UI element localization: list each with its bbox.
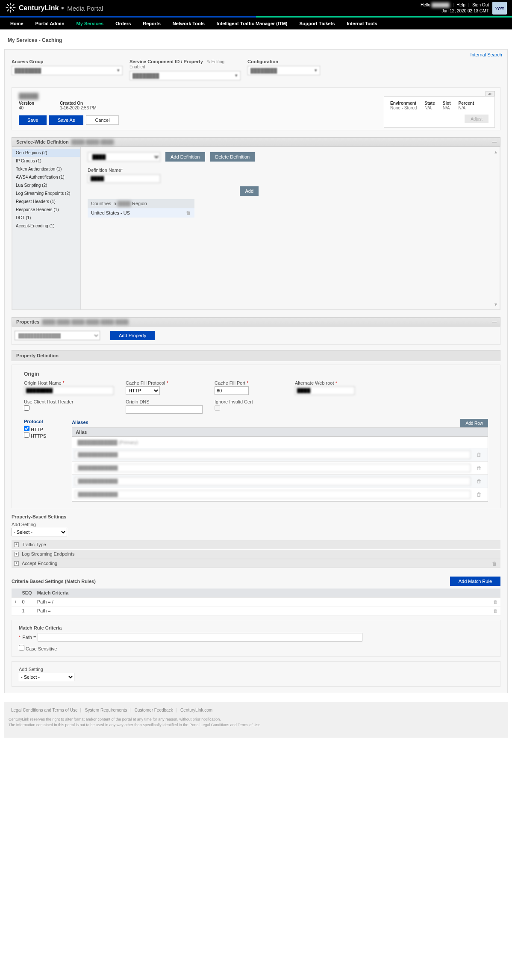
created-value: 1-16-2020 2:56 PM (60, 106, 97, 110)
use-client-host-label: Use Client Host Header (24, 399, 114, 404)
expand-icon[interactable]: + (14, 599, 17, 604)
signout-link[interactable]: Sign Out (472, 3, 489, 7)
access-group-label: Access Group (12, 59, 123, 64)
https-checkbox[interactable] (24, 432, 29, 438)
help-link[interactable]: Help (456, 3, 465, 7)
definition-name-input[interactable] (88, 174, 160, 183)
origin-host-input[interactable] (24, 386, 114, 395)
sidebar-item[interactable]: Request Headers (1) (12, 197, 80, 206)
trash-icon[interactable]: 🗑 (493, 599, 498, 604)
add-country-button[interactable]: Add (240, 186, 259, 196)
save-as-button[interactable]: Save As (49, 115, 83, 125)
trash-icon[interactable]: 🗑 (493, 608, 498, 613)
sidebar-item[interactable]: Token Authentication (1) (12, 165, 80, 173)
hello-label: Hello (421, 3, 430, 7)
nav-portal-admin[interactable]: Portal Admin (29, 18, 71, 29)
footer-legal[interactable]: Legal Conditions and Terms of Use (11, 708, 77, 712)
origin-dns-input[interactable] (126, 405, 203, 414)
cbs-add-setting-select[interactable]: - Select - (19, 673, 74, 681)
sidebar-item[interactable]: Response Headers (1) (12, 206, 80, 214)
alias-row: 🗑 (72, 462, 488, 475)
trash-icon[interactable]: 🗑 (492, 561, 497, 567)
user-name: ██████ (432, 3, 450, 7)
brand-logo (5, 2, 16, 14)
setting-label: Accept-Encoding (22, 561, 57, 566)
delete-definition-button[interactable]: Delete Definition (210, 152, 255, 162)
cbs-title: Criteria-Based Settings (Match Rules) (12, 579, 96, 584)
nav-internal-tools[interactable]: Internal Tools (341, 18, 383, 29)
sidebar-item[interactable]: Geo Regions (2) (12, 149, 80, 157)
trash-icon[interactable]: 🗑 (477, 491, 482, 497)
case-sensitive-checkbox[interactable] (19, 645, 24, 650)
setting-row[interactable]: +Traffic Type (12, 540, 500, 549)
sidebar-item[interactable]: IP Groups (1) (12, 157, 80, 165)
nav-support[interactable]: Support Tickets (293, 18, 341, 29)
setting-row[interactable]: +Accept-Encoding🗑 (12, 559, 500, 568)
add-property-button[interactable]: Add Property (110, 331, 155, 340)
definition-select[interactable]: ████ (88, 152, 160, 162)
cache-fill-port-input[interactable] (215, 386, 249, 395)
nav-itm[interactable]: Intelligent Traffic Manager (ITM) (211, 18, 294, 29)
http-checkbox[interactable] (24, 426, 29, 431)
access-group-dropdown[interactable]: ████████ (12, 66, 123, 75)
alias-input[interactable] (75, 450, 471, 459)
scroll-up-icon[interactable]: ▲ (494, 150, 498, 154)
scroll-down-icon[interactable]: ▼ (494, 302, 498, 307)
alias-row: 🗑 (72, 448, 488, 462)
scid-dropdown[interactable]: ████████ (129, 71, 241, 80)
property-definition-header: Property Definition (12, 350, 500, 361)
adjust-button[interactable]: Adjust (465, 115, 488, 123)
nav-reports[interactable]: Reports (137, 18, 167, 29)
sidebar-item[interactable]: Log Streaming Endpoints (2) (12, 189, 80, 197)
expand-icon[interactable]: + (14, 552, 19, 556)
alias-input[interactable] (75, 490, 471, 499)
sidebar-item[interactable]: AWS4 Authentification (1) (12, 173, 80, 181)
seq-cell: 1 (19, 606, 34, 615)
save-button[interactable]: Save (19, 115, 47, 125)
trash-icon[interactable]: 🗑 (477, 465, 482, 471)
footer-clink[interactable]: CenturyLink.com (180, 708, 212, 712)
cache-fill-proto-select[interactable]: HTTP (126, 386, 160, 395)
alt-webroot-input[interactable] (295, 386, 355, 395)
swd-collapse-icon[interactable]: — (492, 139, 497, 144)
pbs-add-setting-label: Add Setting (12, 522, 500, 527)
setting-label: Log Streaming Endpoints (22, 551, 75, 556)
alias-input[interactable] (75, 464, 471, 472)
configuration-dropdown[interactable]: ████████ (247, 66, 320, 75)
trash-icon[interactable]: 🗑 (186, 210, 191, 216)
properties-title: Properties (16, 319, 39, 324)
nav-my-services[interactable]: My Services (71, 18, 110, 29)
cancel-button[interactable]: Cancel (86, 115, 118, 125)
brand-name: CenturyLink (19, 4, 59, 12)
trash-icon[interactable]: 🗑 (477, 478, 482, 484)
cbs-add-setting-label: Add Setting (19, 667, 493, 672)
nav-network-tools[interactable]: Network Tools (167, 18, 211, 29)
add-match-rule-button[interactable]: Add Match Rule (450, 577, 500, 586)
properties-collapse-icon[interactable]: — (492, 319, 497, 324)
portal-name: Media Portal (67, 5, 103, 12)
pbs-add-setting-select[interactable]: - Select - (12, 528, 67, 536)
swd-title: Service-Wide Definition (16, 139, 69, 144)
nav-orders[interactable]: Orders (109, 18, 137, 29)
expand-icon[interactable]: − (14, 608, 17, 613)
sidebar-item[interactable]: DCT (1) (12, 214, 80, 222)
sidebar-item[interactable]: Lua Scripting (2) (12, 181, 80, 189)
path-input[interactable] (38, 633, 362, 642)
use-client-host-checkbox[interactable] (24, 405, 29, 411)
trash-icon[interactable]: 🗑 (477, 452, 482, 458)
internal-search-link[interactable]: Internal Search (470, 52, 502, 57)
expand-icon[interactable]: + (14, 542, 19, 547)
alias-input[interactable] (75, 477, 471, 486)
svg-line-8 (12, 4, 14, 6)
footer-sysreq[interactable]: System Requirements (85, 708, 127, 712)
add-row-button[interactable]: Add Row (460, 419, 488, 427)
property-select[interactable]: ██████████████ (15, 331, 100, 340)
origin-dns-label: Origin DNS (126, 399, 203, 404)
expand-icon[interactable]: + (14, 561, 19, 566)
sidebar-item[interactable]: Accept-Encoding (1) (12, 222, 80, 230)
nav-home[interactable]: Home (4, 18, 29, 29)
alias-row: ████████████ (Primary) (72, 437, 488, 448)
add-definition-button[interactable]: Add Definition (165, 152, 205, 162)
footer-feedback[interactable]: Customer Feedback (135, 708, 173, 712)
setting-row[interactable]: +Log Streaming Endpoints (12, 549, 500, 559)
